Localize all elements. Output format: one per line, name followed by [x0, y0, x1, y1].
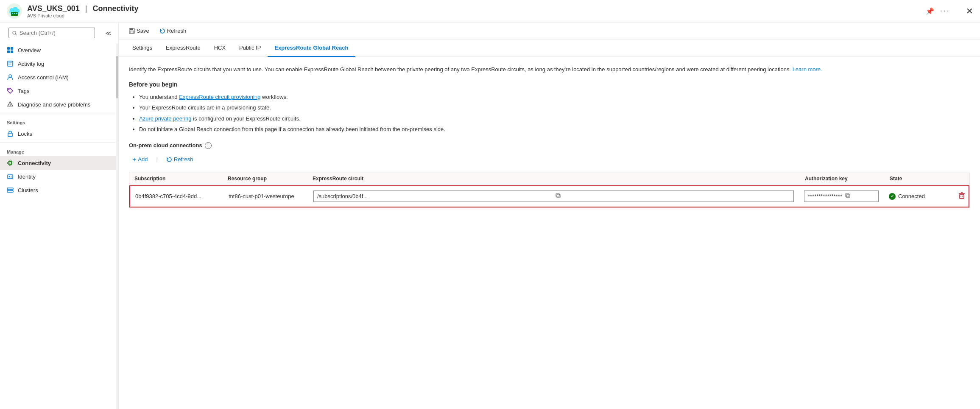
svg-rect-23	[8, 133, 12, 137]
sidebar-divider-1	[0, 113, 118, 113]
svg-rect-34	[130, 28, 133, 30]
circuit-value: /subscriptions/0b4f...	[317, 193, 553, 199]
sidebar-item-overview-label: Overview	[18, 47, 41, 53]
sidebar-collapse-icon[interactable]: ≪	[102, 28, 115, 38]
activity-icon	[7, 60, 14, 67]
pin-icon[interactable]: 📌	[926, 7, 934, 15]
sidebar-item-diagnose-label: Diagnose and solve problems	[18, 101, 90, 108]
col-auth-key: Authorization key	[800, 172, 885, 185]
sidebar-item-activity-log[interactable]: Activity log	[0, 57, 118, 70]
content-scroll: Identify the ExpressRoute circuits that …	[119, 57, 980, 409]
cloud-connections-header: On-prem cloud connections i	[129, 142, 970, 149]
resource-name: AVS_UKS_001	[27, 4, 80, 13]
description-text: Identify the ExpressRoute circuits that …	[129, 65, 970, 74]
info-icon[interactable]: i	[205, 142, 212, 149]
table-row: 0b4f9382-c705-4cd4-9dd... tnt86-cust-p01…	[129, 185, 969, 207]
scroll-thumb[interactable]	[116, 56, 118, 98]
expressroute-provisioning-link[interactable]: ExpressRoute circuit provisioning	[179, 94, 260, 100]
refresh-button[interactable]: Refresh	[156, 26, 190, 36]
sub-refresh-icon	[166, 157, 172, 162]
diagnose-icon	[7, 101, 14, 108]
svg-point-20	[8, 89, 10, 90]
circuit-copy-icon[interactable]	[555, 193, 790, 200]
svg-rect-37	[556, 193, 559, 197]
close-icon[interactable]: ✕	[966, 6, 973, 16]
search-box[interactable]	[8, 28, 95, 38]
svg-rect-31	[7, 188, 13, 190]
title-bar: AVS_UKS_001 | Connectivity AVS Private c…	[0, 0, 980, 22]
tab-expressroute[interactable]: ExpressRoute	[159, 39, 207, 57]
separator: |	[85, 4, 87, 13]
tabs: Settings ExpressRoute HCX Public IP Expr…	[119, 39, 980, 57]
tab-public-ip[interactable]: Public IP	[232, 39, 268, 57]
learn-more-link[interactable]: Learn more.	[793, 66, 822, 73]
more-options-icon[interactable]: ···	[941, 7, 949, 15]
sidebar-search-row: ≪	[0, 22, 118, 43]
sidebar-item-identity-label: Identity	[18, 174, 36, 180]
sidebar-item-identity[interactable]: Identity	[0, 170, 118, 183]
svg-rect-40	[960, 194, 964, 199]
svg-point-22	[10, 105, 11, 106]
tags-icon	[7, 87, 14, 94]
svg-rect-12	[7, 47, 10, 50]
sub-divider: |	[156, 156, 157, 162]
refresh-icon	[159, 28, 165, 34]
state-value: Connected	[898, 193, 925, 199]
before-you-begin-title: Before you begin	[129, 81, 970, 88]
svg-rect-13	[11, 47, 13, 50]
add-button[interactable]: + Add	[129, 154, 151, 165]
avs-icon	[7, 3, 22, 19]
sidebar-item-locks-label: Locks	[18, 131, 32, 137]
resource-type: AVS Private cloud	[27, 13, 138, 18]
sidebar-item-overview[interactable]: Overview	[0, 43, 118, 57]
tab-settings[interactable]: Settings	[126, 39, 159, 57]
sidebar-item-tags[interactable]: Tags	[0, 84, 118, 98]
search-icon	[12, 31, 17, 36]
auth-field: ****************	[804, 190, 879, 202]
col-resource-group: Resource group	[223, 172, 307, 185]
svg-point-5	[16, 9, 20, 12]
sidebar-item-clusters[interactable]: Clusters	[0, 183, 118, 197]
col-state: State	[885, 172, 952, 185]
col-actions	[952, 172, 969, 185]
title-text: AVS_UKS_001 | Connectivity AVS Private c…	[27, 4, 138, 18]
search-input[interactable]	[20, 30, 91, 36]
overview-icon	[7, 47, 14, 53]
sidebar-item-diagnose[interactable]: Diagnose and solve problems	[0, 98, 118, 111]
bullet-item-3: Azure private peering is configured on y…	[139, 115, 970, 123]
sidebar-divider-2	[0, 142, 118, 143]
save-button[interactable]: Save	[126, 26, 153, 36]
identity-icon	[7, 173, 14, 180]
auth-copy-icon[interactable]	[845, 193, 875, 200]
azure-private-peering-link[interactable]: Azure private peering	[139, 115, 192, 122]
sub-refresh-label: Refresh	[174, 156, 193, 162]
cell-resource-group: tnt86-cust-p01-westeurope	[223, 189, 308, 204]
sidebar-item-connectivity[interactable]: Connectivity	[0, 156, 118, 170]
svg-point-28	[9, 176, 10, 177]
sidebar-item-iam-label: Access control (IAM)	[18, 74, 69, 81]
sidebar-item-locks[interactable]: Locks	[0, 127, 118, 140]
sidebar: ≪ Overview Activity log	[0, 22, 119, 409]
sub-toolbar: + Add | Refresh	[129, 154, 970, 165]
svg-rect-16	[8, 61, 13, 66]
tab-hcx[interactable]: HCX	[207, 39, 232, 57]
page-name: Connectivity	[92, 4, 138, 13]
svg-rect-8	[14, 13, 15, 14]
sub-refresh-button[interactable]: Refresh	[163, 154, 197, 164]
sidebar-item-connectivity-label: Connectivity	[18, 160, 51, 166]
resource-group-value: tnt86-cust-p01-westeurope	[229, 193, 294, 199]
tab-expressroute-global-reach[interactable]: ExpressRoute Global Reach	[268, 39, 355, 57]
title-bar-left: AVS_UKS_001 | Connectivity AVS Private c…	[7, 3, 138, 19]
sidebar-item-tags-label: Tags	[18, 88, 29, 94]
connectivity-icon	[7, 160, 14, 166]
sidebar-item-access-control[interactable]: Access control (IAM)	[0, 70, 118, 84]
title-actions: 📌 ··· ✕	[926, 6, 973, 16]
bullet-item-2: Your ExpressRoute circuits are in a prov…	[139, 104, 970, 112]
svg-rect-32	[7, 190, 13, 192]
svg-rect-35	[130, 31, 134, 33]
delete-icon[interactable]	[957, 190, 967, 202]
main-layout: ≪ Overview Activity log	[0, 22, 980, 409]
svg-point-19	[9, 75, 11, 77]
sidebar-item-clusters-label: Clusters	[18, 187, 38, 193]
add-label: Add	[138, 156, 148, 162]
